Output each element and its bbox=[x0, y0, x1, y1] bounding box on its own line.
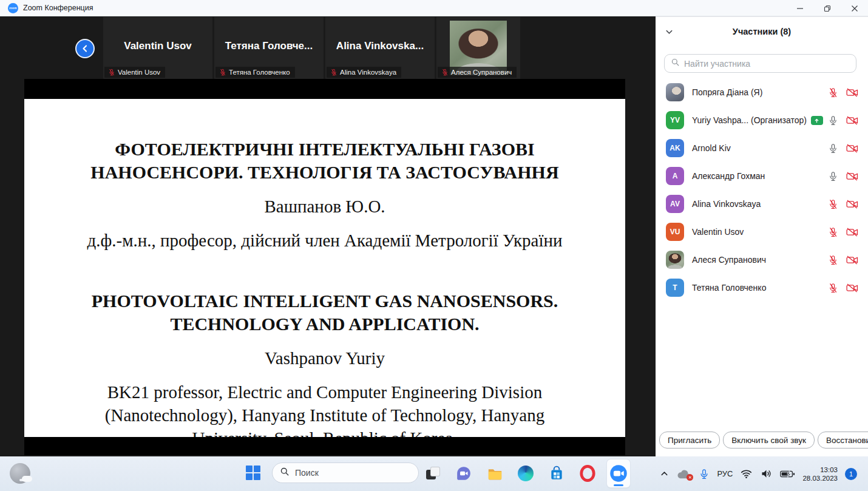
avatar: T bbox=[666, 279, 684, 297]
language-indicator[interactable]: РУС bbox=[717, 469, 733, 478]
close-button[interactable] bbox=[841, 0, 868, 16]
participant-row[interactable]: AKArnold Kiv bbox=[656, 134, 868, 162]
participant-row[interactable]: VUValentin Usov bbox=[656, 218, 868, 246]
participants-footer: ПригласитьВключить свой звукВосстанови bbox=[659, 432, 868, 449]
avatar bbox=[666, 83, 684, 101]
participant-display-name: Тетяна Головче... bbox=[214, 40, 324, 52]
avatar: VU bbox=[666, 223, 684, 241]
mic-muted-icon bbox=[441, 69, 449, 76]
taskbar-icon-store[interactable] bbox=[545, 459, 568, 487]
taskbar-icon-opera[interactable] bbox=[576, 459, 599, 487]
video-off-icon bbox=[846, 255, 858, 265]
participant-name: Valentin Usov bbox=[692, 227, 744, 237]
window-title: Zoom Конференция bbox=[23, 4, 93, 12]
video-off-icon bbox=[846, 283, 858, 293]
participant-name: Yuriy Vashpa... (Организатор) bbox=[692, 115, 807, 125]
video-tile-name: Тетяна Головченко bbox=[229, 69, 290, 76]
participant-display-name: Valentin Usov bbox=[103, 40, 212, 52]
participant-name: Попряга Діана (Я) bbox=[692, 87, 762, 97]
slide-title-uk: ФОТОЕЛЕКТРИЧНІ ІНТЕЛЕКТУАЛЬНІ ГАЗОВІ НАН… bbox=[41, 138, 608, 184]
video-tile-name-tag: Valentin Usov bbox=[104, 67, 165, 78]
mic-muted-icon bbox=[828, 255, 838, 265]
slide-title-en: PHOTOVOLTAIC INTELLIGENT GAS NANOSENSORS… bbox=[41, 290, 608, 336]
video-tile[interactable]: Алеся Супранович bbox=[436, 17, 520, 79]
minimize-button[interactable] bbox=[786, 0, 813, 16]
participant-search[interactable] bbox=[664, 54, 856, 73]
video-off-icon bbox=[846, 227, 858, 237]
video-off-icon bbox=[846, 171, 858, 181]
mic-on-icon bbox=[828, 143, 838, 154]
participant-row[interactable]: AАлександр Гохман bbox=[656, 162, 868, 190]
zoom-meeting-window: zoom Zoom Конференция Valentin UsovValen… bbox=[0, 0, 868, 491]
mic-muted-icon bbox=[219, 69, 226, 76]
restore-order-button[interactable]: Восстанови bbox=[818, 432, 868, 449]
avatar: AK bbox=[666, 139, 684, 157]
video-tile-name: Valentin Usov bbox=[118, 69, 160, 76]
tray-chevron-up-icon[interactable] bbox=[660, 469, 669, 478]
onedrive-error-icon[interactable]: ✕ bbox=[676, 468, 691, 479]
shared-screen: ФОТОЕЛЕКТРИЧНІ ІНТЕЛЕКТУАЛЬНІ ГАЗОВІ НАН… bbox=[24, 79, 625, 455]
taskbar-icon-zoom[interactable] bbox=[607, 459, 630, 487]
participant-name: Алеся Супранович bbox=[692, 255, 766, 265]
participant-name: Александр Гохман bbox=[692, 171, 765, 181]
window-titlebar: zoom Zoom Конференция bbox=[0, 0, 868, 16]
avatar: YV bbox=[666, 111, 684, 129]
taskbar-icon-file-explorer[interactable] bbox=[483, 459, 506, 487]
video-off-icon bbox=[846, 199, 858, 209]
restore-button[interactable] bbox=[813, 0, 841, 16]
participant-search-input[interactable] bbox=[684, 59, 850, 69]
participant-name: Alina Vinkovskaya bbox=[692, 199, 761, 209]
taskbar-icon-task-view[interactable] bbox=[421, 459, 444, 487]
unmute-button[interactable]: Включить свой звук bbox=[723, 432, 815, 449]
taskbar-icon-edge[interactable] bbox=[514, 459, 537, 487]
search-icon bbox=[671, 58, 680, 69]
video-tile[interactable]: Valentin UsovValentin Usov bbox=[103, 17, 212, 79]
participants-title: Участники (8) bbox=[733, 27, 791, 36]
error-badge: ✕ bbox=[687, 474, 693, 481]
back-button[interactable] bbox=[75, 39, 95, 58]
mic-muted-icon bbox=[828, 87, 838, 98]
video-tile-name-tag: Алеся Супранович bbox=[438, 67, 517, 78]
meeting-main-area: Valentin UsovValentin UsovТетяна Головче… bbox=[0, 16, 656, 456]
taskbar-search[interactable] bbox=[272, 462, 419, 483]
participant-row[interactable]: Попряга Діана (Я) bbox=[656, 78, 868, 106]
avatar: AV bbox=[666, 195, 684, 213]
video-tile-name-tag: Тетяна Головченко bbox=[215, 67, 295, 78]
taskbar-search-input[interactable] bbox=[295, 468, 411, 478]
video-tile[interactable]: Тетяна Головче...Тетяна Головченко bbox=[214, 17, 324, 79]
weather-icon[interactable] bbox=[10, 463, 30, 484]
participants-panel: Участники (8) Попряга Діана (Я)YVYuriy V… bbox=[656, 16, 868, 456]
taskbar-icon-chat[interactable] bbox=[452, 459, 475, 487]
invite-button[interactable]: Пригласить bbox=[659, 432, 720, 449]
participant-name: Тетяна Головченко bbox=[692, 283, 766, 293]
participant-row[interactable]: TТетяна Головченко bbox=[656, 274, 868, 302]
zoom-logo-icon: zoom bbox=[8, 3, 18, 13]
chevron-down-icon[interactable] bbox=[665, 27, 674, 36]
mic-muted-icon bbox=[828, 199, 838, 209]
tray-time: 13:03 bbox=[820, 466, 838, 474]
video-off-icon bbox=[846, 87, 858, 98]
video-tile-name-tag: Alina Vinkovskaya bbox=[327, 67, 401, 78]
mic-muted-icon bbox=[330, 69, 337, 76]
video-off-icon bbox=[846, 115, 858, 126]
video-tile-name: Alina Vinkovskaya bbox=[340, 69, 396, 76]
avatar: A bbox=[666, 167, 684, 185]
avatar bbox=[666, 251, 684, 269]
wifi-icon[interactable] bbox=[740, 467, 753, 480]
video-tile[interactable]: Alina Vinkovska...Alina Vinkovskaya bbox=[325, 17, 435, 79]
volume-icon[interactable] bbox=[760, 467, 773, 480]
battery-icon[interactable] bbox=[780, 470, 795, 478]
system-tray: ✕ РУС 13:03 28.03.2023 1 bbox=[660, 456, 857, 491]
participant-row[interactable]: AVAlina Vinkovskaya bbox=[656, 190, 868, 218]
clock[interactable]: 13:03 28.03.2023 bbox=[802, 466, 838, 483]
notification-badge[interactable]: 1 bbox=[845, 468, 857, 480]
video-tile-name: Алеся Супранович bbox=[451, 69, 512, 76]
mic-on-icon bbox=[828, 115, 838, 126]
participant-row[interactable]: Алеся Супранович bbox=[656, 246, 868, 274]
participant-row[interactable]: YVYuriy Vashpa... (Организатор) bbox=[656, 106, 868, 134]
start-button[interactable] bbox=[246, 466, 260, 480]
video-off-icon bbox=[846, 143, 858, 154]
mic-on-icon bbox=[828, 171, 838, 181]
slide-author-en: Vashpanov Yuriy bbox=[41, 347, 608, 370]
tray-microphone-icon[interactable] bbox=[699, 469, 710, 479]
